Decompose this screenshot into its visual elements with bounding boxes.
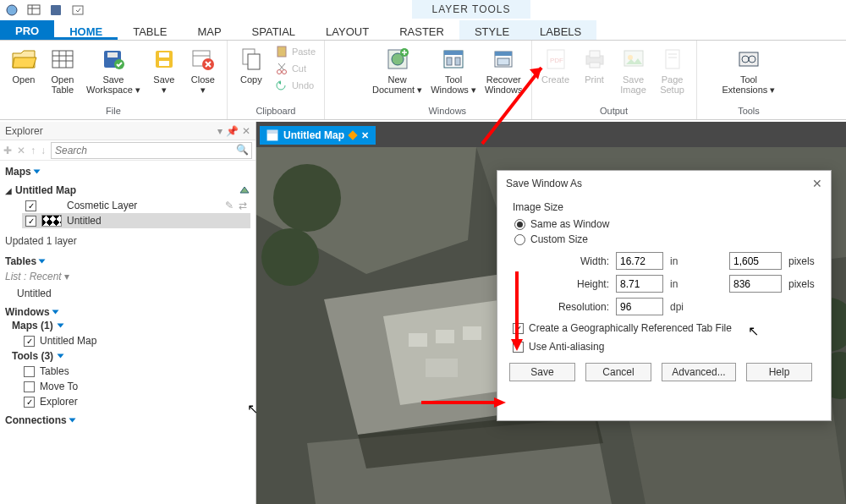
height-input[interactable] xyxy=(616,275,663,293)
dialog-close-icon[interactable]: ✕ xyxy=(812,177,822,190)
resolution-label: Resolution: xyxy=(550,301,609,313)
copy-button[interactable]: Copy xyxy=(233,44,270,93)
width-px-input[interactable] xyxy=(729,252,782,270)
tool2-checkbox[interactable] xyxy=(24,381,35,392)
close-panel-icon[interactable]: ✕ xyxy=(242,125,250,137)
layer-cosmetic[interactable]: Cosmetic Layer xyxy=(67,200,137,211)
print-icon xyxy=(581,46,608,73)
tool1-checkbox[interactable] xyxy=(24,366,35,377)
new-document-button[interactable]: New Document ▾ xyxy=(369,44,426,96)
search-input[interactable] xyxy=(51,142,252,159)
collapse-icon[interactable]: ◢ xyxy=(5,186,12,195)
layer-untitled[interactable]: Untitled xyxy=(67,215,102,227)
extension-quick-icon[interactable] xyxy=(71,3,85,17)
svg-rect-31 xyxy=(444,51,463,55)
tool-extensions-button[interactable]: Tool Extensions ▾ xyxy=(719,44,779,96)
tab-table[interactable]: TABLE xyxy=(118,20,182,40)
custom-size-label: Custom Size xyxy=(530,233,588,245)
maps-count[interactable]: Maps (1) xyxy=(12,320,53,331)
svg-rect-36 xyxy=(497,58,509,65)
tool-windows-button[interactable]: Tool Windows ▾ xyxy=(427,44,480,96)
antialias-checkbox[interactable] xyxy=(513,342,524,353)
width-input[interactable] xyxy=(616,252,663,270)
recent-table-item[interactable]: Untitled xyxy=(17,288,52,299)
create-button[interactable]: PDF Create xyxy=(537,44,574,96)
same-as-window-radio[interactable] xyxy=(514,219,525,230)
pin-icon[interactable]: 📌 xyxy=(226,125,239,137)
tools-count[interactable]: Tools (3) xyxy=(12,350,53,362)
same-as-window-label: Same as Window xyxy=(530,218,609,230)
save-button[interactable]: Save xyxy=(509,363,575,381)
tables-section[interactable]: Tables xyxy=(5,255,36,267)
map-tab[interactable]: Untitled Map ✕ xyxy=(260,126,376,145)
chevron-down-icon xyxy=(39,260,46,264)
close-tab-icon[interactable]: ✕ xyxy=(361,130,369,141)
undo-button[interactable]: Undo xyxy=(272,78,319,93)
tab-spatial[interactable]: SPATIAL xyxy=(237,20,311,40)
recover-windows-button[interactable]: Recover Windows xyxy=(481,44,526,96)
print-button[interactable]: Print xyxy=(576,44,613,96)
windows-section[interactable]: Windows xyxy=(5,306,50,318)
tab-home[interactable]: HOME xyxy=(54,20,118,40)
map-window-item[interactable]: Untitled Map xyxy=(40,335,96,347)
remove-layer-icon[interactable]: ✕ xyxy=(17,145,25,156)
svg-rect-12 xyxy=(107,52,118,58)
recent-label[interactable]: List : Recent xyxy=(5,271,62,282)
tool-windows-icon xyxy=(440,46,467,73)
folder-open-icon xyxy=(10,46,37,73)
tool3-checkbox[interactable] xyxy=(24,397,35,408)
layer2-checkbox[interactable] xyxy=(25,216,36,227)
close-button[interactable]: Close ▾ xyxy=(184,44,222,96)
dropdown-icon[interactable]: ▾ xyxy=(217,125,222,137)
georef-checkbox[interactable] xyxy=(513,323,524,334)
map-options-icon[interactable] xyxy=(239,184,250,196)
paste-button[interactable]: Paste xyxy=(272,44,319,59)
height-px-input[interactable] xyxy=(729,275,782,293)
add-layer-icon[interactable]: ✚ xyxy=(3,145,12,156)
edit-layer-icon[interactable]: ✎ xyxy=(225,200,233,211)
custom-size-radio[interactable] xyxy=(514,234,525,245)
tool-explorer[interactable]: Explorer xyxy=(40,396,78,408)
save-quick-icon[interactable] xyxy=(49,3,63,17)
paste-icon xyxy=(275,45,288,58)
svg-point-43 xyxy=(628,55,633,60)
table-open-icon xyxy=(49,46,76,73)
layer-swap-icon[interactable]: ⇄ xyxy=(239,200,247,211)
open-table-quick-icon[interactable] xyxy=(27,3,41,17)
help-button[interactable]: Help xyxy=(746,363,812,381)
map-window-checkbox[interactable] xyxy=(24,336,35,347)
advanced-button[interactable]: Advanced... xyxy=(662,363,736,381)
search-icon[interactable]: 🔍 xyxy=(236,144,249,156)
tab-layout[interactable]: LAYOUT xyxy=(310,20,384,40)
open-table-button[interactable]: Open Table xyxy=(44,44,81,96)
save-image-icon xyxy=(620,46,647,73)
connections-section[interactable]: Connections xyxy=(5,414,67,426)
svg-rect-51 xyxy=(267,130,277,134)
move-down-icon[interactable]: ↓ xyxy=(41,145,46,156)
save-workspace-button[interactable]: Save Workspace ▾ xyxy=(83,44,144,96)
tool-moveto[interactable]: Move To xyxy=(40,381,78,392)
tab-map[interactable]: MAP xyxy=(182,20,236,40)
layer1-checkbox[interactable] xyxy=(25,200,36,211)
resolution-input[interactable] xyxy=(616,298,663,315)
copy-icon xyxy=(238,46,265,73)
save-image-button[interactable]: Save Image xyxy=(615,44,652,96)
cancel-button[interactable]: Cancel xyxy=(585,363,651,381)
tab-style[interactable]: STYLE xyxy=(459,20,525,40)
page-setup-button[interactable]: Page Setup xyxy=(654,44,691,96)
map-root[interactable]: Untitled Map xyxy=(15,184,76,196)
open-button[interactable]: Open xyxy=(5,44,42,96)
width-label: Width: xyxy=(550,255,609,267)
maps-section[interactable]: Maps xyxy=(5,166,31,178)
move-up-icon[interactable]: ↑ xyxy=(30,145,36,156)
cut-button[interactable]: Cut xyxy=(272,61,319,76)
save-button-ribbon[interactable]: Save ▾ xyxy=(146,44,183,96)
tab-raster[interactable]: RASTER xyxy=(384,20,459,40)
tab-labels[interactable]: LABELS xyxy=(525,20,596,40)
chevron-down-icon xyxy=(52,310,58,315)
svg-point-60 xyxy=(273,164,341,232)
svg-point-61 xyxy=(261,228,319,286)
tool-tables[interactable]: Tables xyxy=(40,365,69,377)
width-px-unit: pixels xyxy=(788,255,815,267)
tab-pro[interactable]: PRO xyxy=(0,20,54,40)
